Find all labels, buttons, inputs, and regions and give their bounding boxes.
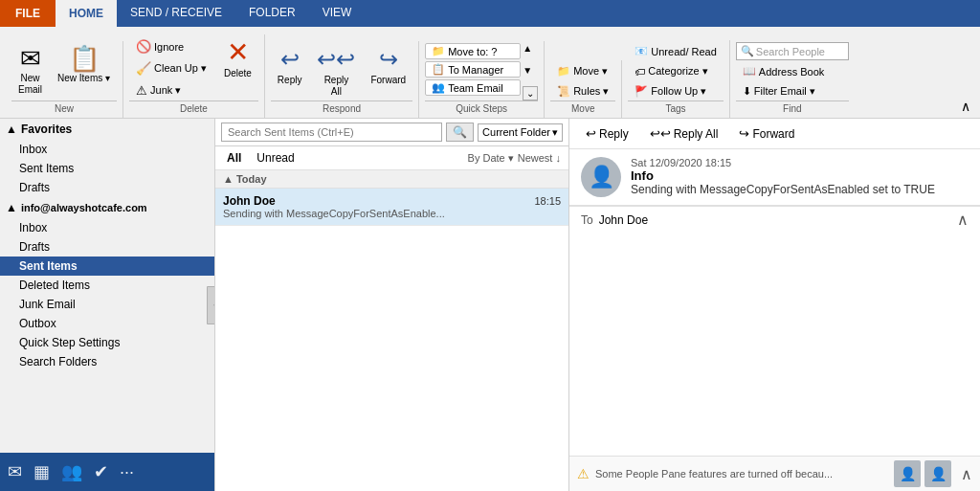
sidebar-item-sent-items[interactable]: Sent Items — [0, 257, 214, 276]
reply-all-button[interactable]: ↩↩ Reply All — [310, 43, 362, 100]
ribbon-group-tags: 📧 Unread/ Read 🏷 Categorize ▾ 🚩 Follow U… — [622, 40, 730, 118]
sidebar-item-favorites-sent[interactable]: Sent Items — [0, 159, 214, 178]
team-email-button[interactable]: 👥 Team Email — [425, 79, 521, 96]
sidebar-item-quick-step-settings[interactable]: Quick Step Settings — [0, 333, 214, 352]
search-input[interactable] — [221, 123, 442, 142]
tab-file[interactable]: FILE — [0, 0, 56, 27]
people-pane-expand-button[interactable]: ∧ — [961, 465, 972, 483]
to-value: John Doe — [599, 213, 648, 227]
calendar-nav-icon[interactable]: ▦ — [33, 461, 50, 482]
sidebar-bottom-bar: ✉ ▦ 👥 ✔ ··· — [0, 453, 214, 491]
sort-area[interactable]: By Date ▾ Newest ↓ — [468, 152, 561, 165]
quick-steps-scroll-up[interactable]: ▲ — [523, 43, 538, 54]
person-avatar-1[interactable]: 👤 — [894, 460, 921, 487]
account-arrow: ▲ — [6, 201, 17, 214]
categorize-button[interactable]: 🏷 Categorize ▾ — [628, 62, 724, 80]
tab-home[interactable]: HOME — [56, 0, 117, 27]
email-header: 👤 Sat 12/09/2020 18:15 Info Sending with… — [569, 149, 980, 206]
ribbon-group-move: 📁 Move ▾ 📜 Rules ▾ Move — [545, 60, 622, 118]
sidebar-item-inbox[interactable]: Inbox — [0, 218, 214, 237]
quick-steps-expand[interactable]: ⌄ — [523, 86, 538, 100]
ribbon-group-tags-label: Tags — [628, 100, 724, 114]
favorites-header[interactable]: ▲ Favorites — [0, 119, 214, 140]
sidebar-item-drafts[interactable]: Drafts — [0, 237, 214, 257]
ribbon-group-respond-label: Respond — [271, 100, 412, 114]
junk-icon: ⚠ — [136, 83, 147, 98]
filter-all-button[interactable]: All — [223, 150, 245, 166]
ribbon-group-quick-steps: 📁 Move to: ? 📋 To Manager 👥 Team Email ▲… — [419, 41, 545, 118]
ribbon-group-move-label: Move — [550, 100, 615, 114]
sort-label: By Date ▾ — [468, 152, 514, 165]
quick-steps-scroll-down[interactable]: ▼ — [523, 65, 538, 76]
reading-reply-all-button[interactable]: ↩↩ Reply All — [641, 123, 727, 145]
sidebar-item-outbox[interactable]: Outbox — [0, 314, 214, 333]
reading-forward-button[interactable]: ↪ Forward — [730, 123, 803, 145]
email-subject: Sending with MessageCopyForSentAsEnabled… — [631, 183, 969, 196]
email-date: Sat 12/09/2020 18:15 — [631, 157, 969, 168]
move-to-icon: 📁 — [432, 45, 445, 57]
sidebar-item-favorites-inbox[interactable]: Inbox — [0, 140, 214, 159]
unread-read-button[interactable]: 📧 Unread/ Read — [628, 42, 724, 60]
to-manager-button[interactable]: 📋 To Manager — [425, 61, 521, 78]
new-items-button[interactable]: 📋 New Items ▾ — [51, 43, 117, 100]
delete-icon: ✕ — [227, 39, 249, 66]
search-people-input[interactable]: 🔍 Search People — [736, 42, 849, 60]
to-manager-label: To Manager — [448, 64, 503, 76]
forward-button[interactable]: ↪ Forward — [364, 43, 412, 100]
filter-email-button[interactable]: ⬇ Filter Email ▾ — [736, 82, 849, 100]
address-book-button[interactable]: 📖 Address Book — [736, 62, 849, 80]
ribbon-group-new-label: New — [11, 100, 117, 114]
sidebar-item-favorites-drafts[interactable]: Drafts — [0, 178, 214, 197]
tab-view[interactable]: VIEW — [309, 0, 366, 27]
reply-all-icon: ↩↩ — [317, 46, 355, 73]
delete-button[interactable]: ✕ Delete — [217, 36, 258, 94]
junk-button[interactable]: ⚠ Junk ▾ — [129, 80, 213, 100]
message-item[interactable]: John Doe 18:15 Sending with MessageCopyF… — [215, 189, 568, 226]
to-expand-button[interactable]: ∧ — [957, 211, 969, 229]
folder-dropdown[interactable]: Current Folder ▾ — [478, 123, 563, 142]
tab-send-receive[interactable]: SEND / RECEIVE — [117, 0, 235, 27]
sidebar-item-deleted-items[interactable]: Deleted Items — [0, 276, 214, 295]
reading-pane: ↩ Reply ↩↩ Reply All ↪ Forward 👤 Sat 12/… — [569, 119, 980, 491]
tab-folder[interactable]: FOLDER — [235, 0, 309, 27]
filter-unread-button[interactable]: Unread — [253, 150, 298, 166]
new-email-button[interactable]: ✉ New Email — [11, 43, 49, 100]
account-section: ▲ info@alwayshotcafe.com Inbox Drafts Se… — [0, 197, 214, 371]
follow-up-label: Follow Up ▾ — [651, 85, 706, 98]
clean-up-button[interactable]: 🧹 Clean Up ▾ — [129, 58, 213, 78]
follow-up-button[interactable]: 🚩 Follow Up ▾ — [628, 82, 724, 100]
person-avatar-2[interactable]: 👤 — [924, 460, 951, 487]
reading-reply-all-label: Reply All — [674, 127, 719, 141]
tasks-nav-icon[interactable]: ✔ — [94, 461, 108, 482]
to-field: To John Doe ∧ — [569, 206, 980, 233]
account-header[interactable]: ▲ info@alwayshotcafe.com — [0, 197, 214, 218]
message-preview: Sending with MessageCopyForSentAsEnable.… — [223, 208, 453, 219]
reading-reply-button[interactable]: ↩ Reply — [577, 123, 637, 145]
people-avatars: 👤 👤 — [894, 460, 951, 487]
sidebar-collapse-button[interactable]: ‹ — [207, 286, 215, 324]
search-button[interactable]: 🔍 — [446, 123, 474, 142]
reading-forward-icon: ↪ — [739, 126, 749, 141]
reply-button[interactable]: ↩ Reply — [271, 43, 309, 100]
people-nav-icon[interactable]: 👥 — [61, 461, 82, 482]
avatar-icon: 👤 — [589, 165, 614, 190]
message-item-header: John Doe 18:15 — [223, 194, 561, 208]
categorize-label: Categorize ▾ — [648, 65, 707, 78]
ribbon-collapse-button[interactable]: ∧ — [957, 95, 974, 118]
mail-nav-icon[interactable]: ✉ — [8, 461, 22, 482]
ribbon: ✉ New Email 📋 New Items ▾ New 🚫 Ignore 🧹… — [0, 27, 980, 119]
sidebar-item-junk-email[interactable]: Junk Email — [0, 295, 214, 314]
reading-reply-icon: ↩ — [586, 126, 596, 141]
move-to-button[interactable]: 📁 Move to: ? — [425, 43, 521, 59]
clean-icon: 🧹 — [136, 61, 151, 76]
ribbon-group-find-label: Find — [736, 100, 849, 114]
move-button[interactable]: 📁 Move ▾ — [550, 62, 615, 80]
ignore-button[interactable]: 🚫 Ignore — [129, 36, 213, 56]
new-email-label: New Email — [18, 73, 42, 96]
rules-button[interactable]: 📜 Rules ▾ — [550, 82, 615, 100]
more-nav-icon[interactable]: ··· — [120, 462, 134, 482]
reply-label: Reply — [278, 75, 302, 85]
move-to-label: Move to: ? — [448, 46, 497, 57]
filter-email-label: Filter Email ▾ — [754, 85, 815, 98]
sidebar-item-search-folders[interactable]: Search Folders — [0, 352, 214, 371]
